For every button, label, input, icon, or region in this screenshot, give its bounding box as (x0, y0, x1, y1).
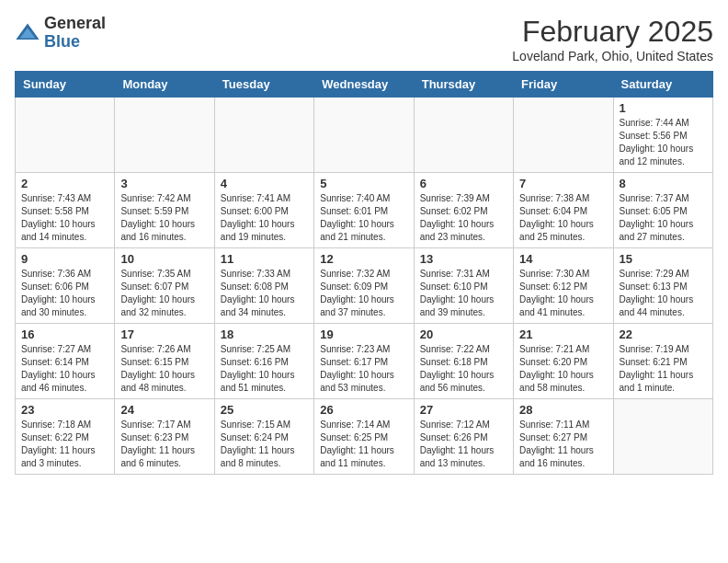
calendar-cell: 25Sunrise: 7:15 AM Sunset: 6:24 PM Dayli… (214, 399, 313, 475)
day-info: Sunrise: 7:38 AM Sunset: 6:04 PM Dayligh… (519, 192, 607, 244)
calendar-week-row: 2Sunrise: 7:43 AM Sunset: 5:58 PM Daylig… (16, 173, 713, 248)
day-number: 26 (320, 403, 407, 417)
calendar-cell: 14Sunrise: 7:30 AM Sunset: 6:12 PM Dayli… (514, 248, 613, 324)
day-number: 28 (519, 403, 607, 417)
day-info: Sunrise: 7:21 AM Sunset: 6:20 PM Dayligh… (519, 343, 607, 395)
calendar-cell: 1Sunrise: 7:44 AM Sunset: 5:56 PM Daylig… (613, 98, 712, 173)
calendar-cell: 4Sunrise: 7:41 AM Sunset: 6:00 PM Daylig… (214, 173, 313, 248)
day-info: Sunrise: 7:41 AM Sunset: 6:00 PM Dayligh… (221, 192, 308, 244)
day-info: Sunrise: 7:18 AM Sunset: 6:22 PM Dayligh… (21, 419, 108, 470)
day-number: 16 (21, 327, 108, 341)
day-info: Sunrise: 7:11 AM Sunset: 6:27 PM Dayligh… (519, 419, 607, 470)
calendar-cell: 5Sunrise: 7:40 AM Sunset: 6:01 PM Daylig… (314, 173, 414, 248)
day-info: Sunrise: 7:22 AM Sunset: 6:18 PM Dayligh… (420, 343, 507, 395)
day-number: 27 (420, 403, 507, 417)
calendar-cell: 13Sunrise: 7:31 AM Sunset: 6:10 PM Dayli… (414, 248, 513, 324)
month-title: February 2025 (512, 15, 713, 49)
day-number: 15 (620, 252, 707, 266)
calendar-cell (414, 98, 513, 173)
day-number: 4 (221, 177, 308, 190)
calendar-cell (16, 98, 115, 173)
day-info: Sunrise: 7:31 AM Sunset: 6:10 PM Dayligh… (420, 268, 507, 319)
location-subtitle: Loveland Park, Ohio, United States (512, 49, 713, 63)
day-number: 2 (21, 177, 108, 190)
weekday-header-sunday: Sunday (16, 72, 115, 98)
logo-general-text: General (44, 15, 106, 33)
day-number: 14 (519, 252, 607, 266)
calendar-week-row: 16Sunrise: 7:27 AM Sunset: 6:14 PM Dayli… (16, 324, 713, 399)
day-number: 24 (120, 403, 208, 417)
calendar-cell: 2Sunrise: 7:43 AM Sunset: 5:58 PM Daylig… (16, 173, 115, 248)
calendar-cell: 22Sunrise: 7:19 AM Sunset: 6:21 PM Dayli… (613, 324, 712, 399)
logo-blue-text: Blue (44, 33, 106, 52)
day-number: 9 (21, 252, 108, 266)
calendar-cell: 28Sunrise: 7:11 AM Sunset: 6:27 PM Dayli… (514, 399, 613, 475)
calendar-header-row: SundayMondayTuesdayWednesdayThursdayFrid… (16, 72, 713, 98)
day-number: 17 (120, 327, 208, 341)
calendar-cell: 9Sunrise: 7:36 AM Sunset: 6:06 PM Daylig… (16, 248, 115, 324)
calendar-table: SundayMondayTuesdayWednesdayThursdayFrid… (15, 71, 713, 475)
day-number: 22 (620, 327, 707, 341)
calendar-cell: 27Sunrise: 7:12 AM Sunset: 6:26 PM Dayli… (414, 399, 513, 475)
calendar-cell: 15Sunrise: 7:29 AM Sunset: 6:13 PM Dayli… (613, 248, 712, 324)
calendar-cell (514, 98, 613, 173)
calendar-cell: 20Sunrise: 7:22 AM Sunset: 6:18 PM Dayli… (414, 324, 513, 399)
day-number: 1 (620, 101, 707, 115)
calendar-cell (613, 399, 712, 475)
weekday-header-monday: Monday (115, 72, 214, 98)
day-info: Sunrise: 7:25 AM Sunset: 6:16 PM Dayligh… (221, 343, 308, 395)
calendar-cell: 3Sunrise: 7:42 AM Sunset: 5:59 PM Daylig… (115, 173, 214, 248)
day-info: Sunrise: 7:17 AM Sunset: 6:23 PM Dayligh… (120, 419, 208, 470)
calendar-cell: 6Sunrise: 7:39 AM Sunset: 6:02 PM Daylig… (414, 173, 513, 248)
day-info: Sunrise: 7:37 AM Sunset: 6:05 PM Dayligh… (620, 192, 707, 244)
day-number: 5 (320, 177, 407, 190)
calendar-cell: 24Sunrise: 7:17 AM Sunset: 6:23 PM Dayli… (115, 399, 214, 475)
day-number: 6 (420, 177, 507, 190)
calendar-cell: 8Sunrise: 7:37 AM Sunset: 6:05 PM Daylig… (613, 173, 712, 248)
day-info: Sunrise: 7:40 AM Sunset: 6:01 PM Dayligh… (320, 192, 407, 244)
calendar-cell: 7Sunrise: 7:38 AM Sunset: 6:04 PM Daylig… (514, 173, 613, 248)
day-info: Sunrise: 7:29 AM Sunset: 6:13 PM Dayligh… (620, 268, 707, 319)
calendar-week-row: 1Sunrise: 7:44 AM Sunset: 5:56 PM Daylig… (16, 98, 713, 173)
day-info: Sunrise: 7:14 AM Sunset: 6:25 PM Dayligh… (320, 419, 407, 470)
day-info: Sunrise: 7:30 AM Sunset: 6:12 PM Dayligh… (519, 268, 607, 319)
day-number: 19 (320, 327, 407, 341)
page-header: General Blue February 2025 Loveland Park… (15, 15, 713, 63)
day-number: 25 (221, 403, 308, 417)
day-number: 8 (620, 177, 707, 190)
calendar-cell: 19Sunrise: 7:23 AM Sunset: 6:17 PM Dayli… (314, 324, 414, 399)
day-number: 10 (120, 252, 208, 266)
day-info: Sunrise: 7:32 AM Sunset: 6:09 PM Dayligh… (320, 268, 407, 319)
day-number: 11 (221, 252, 308, 266)
day-info: Sunrise: 7:33 AM Sunset: 6:08 PM Dayligh… (221, 268, 308, 319)
weekday-header-friday: Friday (514, 72, 613, 98)
day-number: 3 (120, 177, 208, 190)
calendar-cell: 26Sunrise: 7:14 AM Sunset: 6:25 PM Dayli… (314, 399, 414, 475)
logo-icon (15, 20, 40, 46)
day-number: 12 (320, 252, 407, 266)
calendar-cell (214, 98, 313, 173)
day-info: Sunrise: 7:36 AM Sunset: 6:06 PM Dayligh… (21, 268, 108, 319)
calendar-cell (115, 98, 214, 173)
weekday-header-wednesday: Wednesday (314, 72, 414, 98)
calendar-cell: 18Sunrise: 7:25 AM Sunset: 6:16 PM Dayli… (214, 324, 313, 399)
day-number: 13 (420, 252, 507, 266)
logo: General Blue (15, 15, 106, 52)
calendar-cell: 12Sunrise: 7:32 AM Sunset: 6:09 PM Dayli… (314, 248, 414, 324)
day-number: 23 (21, 403, 108, 417)
title-block: February 2025 Loveland Park, Ohio, Unite… (512, 15, 713, 63)
day-number: 21 (519, 327, 607, 341)
calendar-cell: 21Sunrise: 7:21 AM Sunset: 6:20 PM Dayli… (514, 324, 613, 399)
calendar-cell: 17Sunrise: 7:26 AM Sunset: 6:15 PM Dayli… (115, 324, 214, 399)
calendar-week-row: 23Sunrise: 7:18 AM Sunset: 6:22 PM Dayli… (16, 399, 713, 475)
day-number: 18 (221, 327, 308, 341)
day-info: Sunrise: 7:12 AM Sunset: 6:26 PM Dayligh… (420, 419, 507, 470)
day-info: Sunrise: 7:26 AM Sunset: 6:15 PM Dayligh… (120, 343, 208, 395)
day-info: Sunrise: 7:39 AM Sunset: 6:02 PM Dayligh… (420, 192, 507, 244)
calendar-cell (314, 98, 414, 173)
calendar-cell: 23Sunrise: 7:18 AM Sunset: 6:22 PM Dayli… (16, 399, 115, 475)
weekday-header-saturday: Saturday (613, 72, 712, 98)
day-info: Sunrise: 7:43 AM Sunset: 5:58 PM Dayligh… (21, 192, 108, 244)
calendar-week-row: 9Sunrise: 7:36 AM Sunset: 6:06 PM Daylig… (16, 248, 713, 324)
day-info: Sunrise: 7:42 AM Sunset: 5:59 PM Dayligh… (120, 192, 208, 244)
